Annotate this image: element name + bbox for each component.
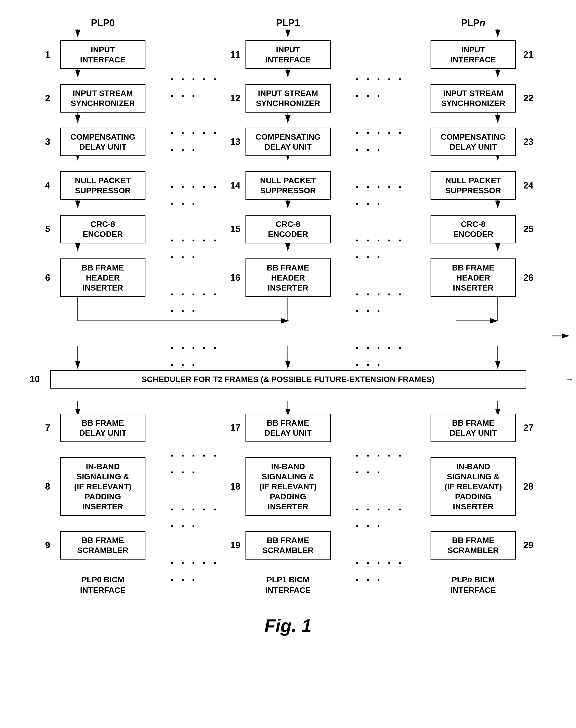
output-plpn: PLPn BICMINTERFACE bbox=[450, 575, 496, 595]
block-compensating-delay-0: COMPENSATINGDELAY UNIT bbox=[60, 127, 145, 156]
block-inband-n: IN-BANDSIGNALING &(IF RELEVANT)PADDINGIN… bbox=[431, 457, 516, 516]
num-2: 2 bbox=[45, 93, 50, 104]
block-scrambler-n: BB FRAMESCRAMBLER bbox=[431, 531, 516, 559]
block-bb-frame-header-n: BB FRAMEHEADERINSERTER bbox=[431, 259, 516, 297]
num-26: 26 bbox=[523, 272, 534, 283]
dots-bottom-1n: . . . . . . . . . . . . . . . . . . . . … bbox=[355, 409, 406, 595]
column-plp1: PLP1 11 INPUTINTERFACE 12 INPUT STREAMSY… bbox=[246, 18, 331, 370]
block-input-interface-1: INPUTINTERFACE bbox=[246, 40, 331, 69]
num-24: 24 bbox=[523, 180, 534, 191]
dots-h-7: . . . . . . . . bbox=[355, 68, 406, 101]
num-22: 22 bbox=[523, 93, 534, 104]
plp1-label: PLP1 bbox=[276, 18, 300, 28]
num-23: 23 bbox=[523, 137, 534, 147]
dots-b-3: . . . . . . . . bbox=[170, 552, 221, 585]
block-bb-frame-header-1: BB FRAMEHEADERINSERTER bbox=[246, 259, 331, 297]
plpn-label: PLPn bbox=[461, 18, 485, 28]
dots-b-4: . . . . . . . . bbox=[355, 444, 406, 477]
block-input-stream-sync-0: INPUT STREAMSYNCHRONIZER bbox=[60, 84, 145, 113]
column-plpn: PLPn 21 INPUTINTERFACE 22 INPUT STREAMSY… bbox=[431, 18, 516, 370]
num-17: 17 bbox=[230, 423, 240, 433]
dots-h-11: . . . . . . . . bbox=[355, 283, 406, 316]
dots-b-1: . . . . . . . . bbox=[170, 444, 221, 477]
num-25: 25 bbox=[523, 224, 534, 234]
dots-h-6: . . . . . . . . bbox=[170, 337, 221, 370]
diagram: PLP0 1 INPUTINTERFACE 2 INPUT STREAMSYNC… bbox=[0, 0, 576, 728]
column-bottom-plp0: 7 BB FRAMEDELAY UNIT 8 IN-BANDSIGNALING … bbox=[60, 409, 145, 595]
block-inband-0: IN-BANDSIGNALING &(IF RELEVANT)PADDINGIN… bbox=[60, 457, 145, 516]
column-bottom-plpn: 27 BB FRAMEDELAY UNIT 28 IN-BANDSIGNALIN… bbox=[431, 409, 516, 595]
scheduler-row: 10 SCHEDULER FOR T2 FRAMES (& POSSIBLE F… bbox=[10, 370, 566, 388]
dots-col-01: . . . . . . . . . . . . . . . . . . . . … bbox=[170, 18, 221, 370]
num-27: 27 bbox=[523, 423, 534, 433]
output-plp1: PLP1 BICMINTERFACE bbox=[265, 575, 311, 595]
block-scheduler: SCHEDULER FOR T2 FRAMES (& POSSIBLE FUTU… bbox=[50, 370, 526, 388]
block-crc8-n: CRC-8ENCODER bbox=[431, 215, 516, 243]
dots-b-5: . . . . . . . . bbox=[355, 498, 406, 531]
num-3: 3 bbox=[45, 137, 50, 147]
block-input-stream-sync-n: INPUT STREAMSYNCHRONIZER bbox=[431, 84, 516, 113]
block-compensating-delay-n: COMPENSATINGDELAY UNIT bbox=[431, 127, 516, 156]
dots-h-10: . . . . . . . . bbox=[355, 229, 406, 262]
dsi-arrow-indicator: → bbox=[566, 375, 574, 383]
column-bottom-plp1: 17 BB FRAMEDELAY UNIT 18 IN-BANDSIGNALIN… bbox=[246, 409, 331, 595]
fig-label: Fig. 1 bbox=[264, 615, 312, 636]
num-7: 7 bbox=[45, 423, 50, 433]
block-inband-1: IN-BANDSIGNALING &(IF RELEVANT)PADDINGIN… bbox=[246, 457, 331, 516]
block-input-interface-n: INPUTINTERFACE bbox=[431, 40, 516, 69]
column-plp0: PLP0 1 INPUTINTERFACE 2 INPUT STREAMSYNC… bbox=[60, 18, 145, 370]
block-scrambler-0: BB FRAMESCRAMBLER bbox=[60, 531, 145, 559]
num-5: 5 bbox=[45, 224, 50, 234]
dots-h-3: . . . . . . . . bbox=[170, 175, 221, 209]
num-28: 28 bbox=[523, 481, 534, 492]
num-12: 12 bbox=[230, 93, 240, 104]
block-bb-frame-header-0: BB FRAMEHEADERINSERTER bbox=[60, 259, 145, 297]
block-scrambler-1: BB FRAMESCRAMBLER bbox=[246, 531, 331, 559]
num-10: 10 bbox=[30, 374, 40, 384]
num-4: 4 bbox=[45, 180, 50, 191]
dots-h-8: . . . . . . . . bbox=[355, 121, 406, 155]
block-input-interface-0: INPUTINTERFACE bbox=[60, 40, 145, 69]
num-18: 18 bbox=[230, 481, 240, 492]
output-plp0: PLP0 BICMINTERFACE bbox=[80, 575, 125, 595]
dots-h-4: . . . . . . . . bbox=[170, 229, 221, 262]
block-compensating-delay-1: COMPENSATINGDELAY UNIT bbox=[246, 127, 331, 156]
num-15: 15 bbox=[230, 224, 240, 234]
plp0-label: PLP0 bbox=[91, 18, 115, 28]
dots-h-2: . . . . . . . . bbox=[170, 121, 221, 155]
block-null-packet-1: NULL PACKETSUPPRESSOR bbox=[246, 171, 331, 200]
block-bb-delay-1: BB FRAMEDELAY UNIT bbox=[246, 414, 331, 442]
dots-bottom-01: . . . . . . . . . . . . . . . . . . . . … bbox=[170, 409, 221, 595]
dots-col-12: . . . . . . . . . . . . . . . . . . . . … bbox=[355, 18, 406, 370]
num-14: 14 bbox=[230, 180, 240, 191]
dots-h-9: . . . . . . . . bbox=[355, 175, 406, 209]
dots-b-6: . . . . . . . . bbox=[355, 552, 406, 585]
fig-label-row: Fig. 1 bbox=[10, 615, 566, 651]
num-21: 21 bbox=[523, 49, 534, 60]
dots-b-2: . . . . . . . . bbox=[170, 498, 221, 531]
block-null-packet-n: NULL PACKETSUPPRESSOR bbox=[431, 171, 516, 200]
num-8: 8 bbox=[45, 481, 50, 492]
num-29: 29 bbox=[523, 540, 534, 551]
dots-h-5: . . . . . . . . bbox=[170, 283, 221, 316]
num-9: 9 bbox=[45, 540, 50, 551]
num-13: 13 bbox=[230, 137, 240, 147]
block-input-stream-sync-1: INPUT STREAMSYNCHRONIZER bbox=[246, 84, 331, 113]
block-crc8-1: CRC-8ENCODER bbox=[246, 215, 331, 243]
dots-h-12: . . . . . . . . bbox=[355, 337, 406, 370]
block-bb-delay-0: BB FRAMEDELAY UNIT bbox=[60, 414, 145, 442]
num-16: 16 bbox=[230, 272, 240, 283]
num-6: 6 bbox=[45, 272, 50, 283]
block-bb-delay-n: BB FRAMEDELAY UNIT bbox=[431, 414, 516, 442]
num-11: 11 bbox=[230, 49, 240, 60]
dots-h-1: . . . . . . . . bbox=[170, 68, 221, 101]
block-crc8-0: CRC-8ENCODER bbox=[60, 215, 145, 243]
num-19: 19 bbox=[230, 540, 240, 551]
block-null-packet-0: NULL PACKETSUPPRESSOR bbox=[60, 171, 145, 200]
num-1: 1 bbox=[45, 49, 50, 60]
